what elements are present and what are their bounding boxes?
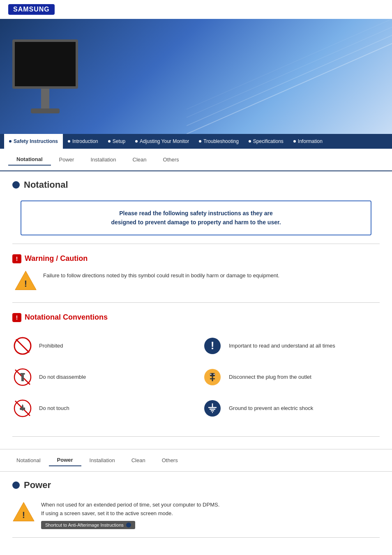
convention-disconnect: Disconnect the plug from the outlet [202,364,380,391]
no-disassemble-label: Do not disassemble [39,374,86,380]
sub-nav: Notational Power Installation Clean Othe… [0,149,392,171]
svg-line-2 [187,27,392,117]
monitor-base [31,108,60,113]
svg-text:!: ! [24,279,27,289]
notational-section-title: Notational [12,171,380,196]
power-text-line2: If using a screen saver, set it to the a… [41,509,219,518]
info-box: Please read the following safety instruc… [21,200,371,235]
svg-point-22 [204,400,221,417]
important-icon: ! [202,336,223,356]
svg-line-7 [16,339,29,352]
convention-ground: Ground to prevent an electric shock [202,395,380,422]
power-section-title: Power [12,472,380,497]
convention-no-touch: Do not touch [12,395,190,422]
warning-title: ! Warning / Caution [12,254,380,263]
important-label: Important to read and understand at all … [229,343,335,349]
tab-installation[interactable]: Installation [82,154,124,165]
prohibited-icon [12,336,33,356]
conventions-title: ! Notational Conventions [12,313,380,322]
svg-line-0 [187,44,392,134]
power-text-line1: When not used for an extended period of … [41,501,219,509]
divider-2 [12,302,380,303]
nav-dot [68,140,70,143]
svg-point-18 [210,373,212,375]
nav-item-safety[interactable]: Safety Instructions [4,134,63,149]
nav-item-troubleshooting[interactable]: Troubleshooting [194,134,244,149]
svg-text:!: ! [22,510,25,520]
tab-bottom-others[interactable]: Others [154,455,186,466]
power-section-content: ! When not used for an extended period o… [12,497,380,534]
tab-bottom-clean[interactable]: Clean [123,455,154,466]
svg-line-1 [187,35,392,126]
tab-others[interactable]: Others [155,154,187,165]
shortcut-button[interactable]: Shortcut to Anti-Afterimage Instructions [41,521,135,529]
conventions-grid: Prohibited ! Important to read and under… [12,328,380,426]
divider-1 [12,244,380,244]
ground-label: Ground to prevent an electric shock [229,405,313,411]
nav-dot [9,140,12,143]
svg-line-3 [187,19,392,109]
header: SAMSUNG [0,0,392,19]
monitor-stand [41,89,49,109]
nav-dot [108,140,111,143]
samsung-logo: SAMSUNG [8,4,55,15]
warning-text: Failure to follow directions noted by th… [43,269,279,280]
hero-decoration [187,19,392,134]
hero-monitor [12,39,86,122]
nav-dot [135,140,138,143]
svg-rect-12 [20,373,25,375]
nav-dot [199,140,201,143]
warning-content: ! Failure to follow directions noted by … [12,269,380,292]
disconnect-icon [202,367,223,387]
nav-item-introduction[interactable]: Introduction [63,134,103,149]
no-touch-label: Do not touch [39,405,69,411]
nav-item-setup[interactable]: Setup [103,134,130,149]
disconnect-label: Disconnect the plug from the outlet [229,374,311,380]
hero-banner [0,19,392,134]
warning-section: ! Warning / Caution ! Failure to follow … [12,248,380,298]
main-nav: Safety Instructions Introduction Setup A… [0,134,392,149]
ground-icon [202,398,223,419]
shortcut-dot [126,523,131,527]
divider-power-bottom [12,537,380,538]
convention-important: ! Important to read and understand at al… [202,332,380,359]
monitor-screen [12,39,78,89]
warning-badge: ! [12,254,21,263]
nav-dot [293,140,296,143]
svg-text:!: ! [211,339,214,352]
tab-bottom-notational[interactable]: Notational [8,455,49,466]
power-content-area: Power ! When not used for an extended pe… [0,472,392,538]
power-section-dot [12,481,20,489]
tab-clean[interactable]: Clean [125,154,155,165]
conventions-badge: ! [12,313,21,322]
no-touch-icon [12,398,33,419]
svg-rect-13 [21,375,24,381]
power-warning-icon: ! [12,501,35,523]
power-description: When not used for an extended period of … [41,501,219,530]
prohibited-label: Prohibited [39,343,63,349]
convention-no-disassemble: Do not disassemble [12,364,190,391]
divider-3 [12,436,380,437]
nav-dot [249,140,251,143]
tab-bottom-installation[interactable]: Installation [81,455,123,466]
convention-prohibited: Prohibited [12,332,190,359]
tab-bottom-power[interactable]: Power [49,454,81,466]
no-disassemble-icon [12,367,33,387]
nav-item-information[interactable]: Information [288,134,327,149]
warning-triangle-icon: ! [14,269,37,292]
svg-point-19 [214,373,215,375]
tab-notational[interactable]: Notational [8,154,51,166]
section-dot [12,181,20,189]
conventions-section: ! Notational Conventions Prohibited [12,307,380,432]
tab-power[interactable]: Power [51,154,83,165]
nav-item-specifications[interactable]: Specifications [244,134,288,149]
main-content: Notational Please read the following saf… [0,171,392,437]
nav-item-adjusting[interactable]: Adjusting Your Monitor [130,134,194,149]
bottom-sub-nav: Notational Power Installation Clean Othe… [0,449,392,472]
